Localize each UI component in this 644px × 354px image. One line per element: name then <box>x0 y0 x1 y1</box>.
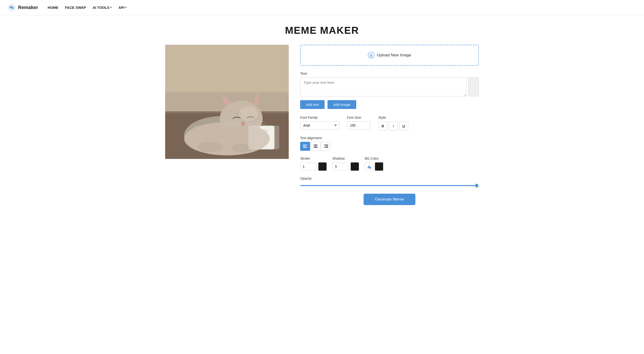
opacity-section: Opacity: <box>300 176 479 187</box>
font-options-row: Font Family: Arial Times New Roman Verda… <box>300 116 479 130</box>
text-label: Text: <box>300 71 479 75</box>
logo-icon <box>8 3 16 12</box>
font-family-label: Font Family: <box>300 116 339 119</box>
controls-panel: Upload New Image Text: Add text Add Imag… <box>300 45 479 205</box>
shadow-input[interactable] <box>332 163 349 170</box>
align-center-button[interactable] <box>310 142 320 151</box>
underline-button[interactable]: U <box>399 121 408 130</box>
bg-color-label: BG Color: <box>365 156 383 160</box>
svg-rect-63 <box>314 145 318 145</box>
svg-rect-65 <box>314 147 318 148</box>
svg-point-69 <box>370 167 371 169</box>
svg-point-44 <box>232 144 251 152</box>
image-preview <box>165 45 289 159</box>
page-title: MEME MAKER <box>165 25 479 36</box>
svg-rect-58 <box>248 126 279 149</box>
ai-tools-chevron: ▾ <box>110 6 112 9</box>
add-image-button[interactable]: Add Image <box>328 100 356 109</box>
svg-rect-67 <box>325 146 328 146</box>
shadow-input-row <box>332 162 359 171</box>
stroke-input-row <box>300 162 327 171</box>
align-left-button[interactable] <box>300 142 310 151</box>
generate-button[interactable]: Generate Meme <box>364 194 416 205</box>
opacity-slider[interactable] <box>300 185 479 186</box>
bg-fill-button[interactable] <box>365 162 373 171</box>
action-buttons: Add text Add Image <box>300 100 479 109</box>
alignment-section: Text alignment: <box>300 136 479 151</box>
bg-buttons <box>365 162 383 171</box>
nav-home[interactable]: HOME <box>48 6 58 10</box>
opacity-label: Opacity: <box>300 176 479 180</box>
nav-ai-tools[interactable]: AI TOOLS ▾ <box>93 6 112 10</box>
shadow-label: Shadow: <box>332 156 359 160</box>
italic-button[interactable]: I <box>389 121 398 130</box>
logo[interactable]: Remaker <box>8 3 38 12</box>
nav-face-swap[interactable]: FACE SWAP <box>65 6 86 10</box>
svg-point-57 <box>239 107 258 121</box>
font-family-group: Font Family: Arial Times New Roman Verda… <box>300 116 339 129</box>
align-right-button[interactable] <box>321 142 331 151</box>
svg-point-43 <box>197 142 224 152</box>
add-text-button[interactable]: Add text <box>300 100 324 109</box>
font-style-label: Style: <box>378 116 408 119</box>
font-size-group: Font Size: <box>347 116 371 129</box>
font-family-select[interactable]: Arial Times New Roman Verdana Georgia Im… <box>300 121 339 129</box>
logo-text: Remaker <box>18 5 38 10</box>
nav-links: HOME FACE SWAP AI TOOLS ▾ API ▾ <box>48 6 127 10</box>
align-buttons <box>300 142 479 151</box>
text-section: Text: <box>300 71 479 96</box>
nav-api[interactable]: API ▾ <box>118 6 127 10</box>
font-size-label: Font Size: <box>347 116 371 119</box>
stroke-label: Stroke: <box>300 156 327 160</box>
upload-icon <box>368 52 374 59</box>
upload-content: Upload New Image <box>307 52 472 59</box>
text-input[interactable] <box>300 77 466 96</box>
shadow-color-swatch[interactable] <box>350 162 359 171</box>
svg-rect-60 <box>303 145 307 145</box>
stroke-shadow-row: Stroke: Shadow: BG Color: <box>300 156 479 171</box>
stroke-group: Stroke: <box>300 156 327 171</box>
api-chevron: ▾ <box>125 6 127 9</box>
svg-rect-62 <box>303 147 307 148</box>
stroke-input[interactable] <box>300 163 317 170</box>
content-area: Upload New Image Text: Add text Add Imag… <box>165 45 479 205</box>
fill-icon <box>367 164 372 169</box>
svg-point-1 <box>11 7 13 9</box>
svg-rect-66 <box>324 145 328 145</box>
svg-rect-68 <box>324 147 328 148</box>
shadow-group: Shadow: <box>332 156 359 171</box>
font-size-input[interactable] <box>347 121 371 129</box>
alignment-label: Text alignment: <box>300 136 479 140</box>
svg-point-50 <box>242 122 245 124</box>
navbar: Remaker HOME FACE SWAP AI TOOLS ▾ API ▾ <box>0 0 644 15</box>
upload-area[interactable]: Upload New Image <box>300 45 479 66</box>
text-input-row <box>300 77 479 96</box>
bg-color-group: BG Color: <box>365 156 383 171</box>
bold-button[interactable]: B <box>378 121 387 130</box>
generate-section: Generate Meme <box>300 194 479 205</box>
main-content: MEME MAKER <box>156 15 488 219</box>
bg-color-swatch[interactable] <box>375 162 383 171</box>
stroke-color-swatch[interactable] <box>318 162 327 171</box>
svg-rect-64 <box>314 146 317 146</box>
upload-label: Upload New Image <box>377 53 411 58</box>
align-right-icon <box>324 144 328 148</box>
align-left-icon <box>303 144 307 148</box>
align-center-icon <box>314 144 318 148</box>
text-color-swatch[interactable] <box>468 77 479 96</box>
svg-rect-61 <box>303 146 306 146</box>
cat-image <box>165 45 289 159</box>
font-style-group: Style: B I U <box>378 116 408 130</box>
style-buttons: B I U <box>378 121 408 130</box>
